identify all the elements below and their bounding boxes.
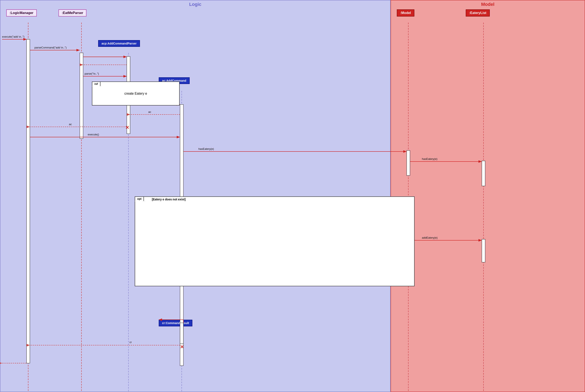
msg-addeatery2: addEatery(e) (422, 236, 438, 239)
msg-cr-return1: cr (129, 340, 132, 344)
participant-eatmeparser: :EatMeParser (58, 10, 86, 16)
diagram-container: Logic Model :LogicManager :EatMeParser a… (0, 0, 585, 392)
region-logic (0, 0, 391, 392)
participant-commandresult: cr:CommandResult (159, 320, 192, 326)
msg-haseatery2: hasEatery(e) (422, 157, 437, 160)
opt-frame-guard: [Eatery e does not exist] (152, 198, 186, 201)
opt-frame: opt [Eatery e does not exist] (135, 196, 415, 286)
opt-frame-tag: opt (135, 196, 144, 201)
msg-execute: execute("add \n..") (2, 35, 24, 38)
msg-ac-return1: ac (148, 110, 151, 114)
participant-eatmeparser-label: :EatMeParser (62, 11, 83, 15)
msg-execute2: execute() (88, 133, 99, 136)
participant-eaterylist: :EateryList (466, 10, 490, 16)
ref-frame: ref create Eatery e (92, 82, 180, 106)
participant-model-label: :Model (400, 11, 411, 15)
msg-parse: parse("\n..") (84, 72, 99, 75)
participant-addcommandparser: acp:AddCommandParser (98, 40, 140, 47)
participant-eaterylist-label: :EateryList (469, 11, 487, 15)
participant-model: :Model (397, 10, 414, 16)
msg-parsecommand: parseCommand("add \n..") (34, 46, 67, 49)
ref-frame-content: create Eatery e (92, 82, 179, 105)
logic-label: Logic (0, 2, 391, 7)
msg-haseatery1: hasEatery(e) (198, 147, 214, 150)
participant-logicmanager-label: :LogicManager (9, 11, 33, 15)
participant-commandresult-label: cr:CommandResult (162, 321, 189, 325)
participant-logicmanager: :LogicManager (6, 10, 37, 16)
msg-ac-return2: ac (69, 123, 72, 126)
participant-addcommandparser-label: acp:AddCommandParser (101, 42, 137, 45)
model-label: Model (391, 2, 585, 7)
region-model (391, 0, 585, 392)
